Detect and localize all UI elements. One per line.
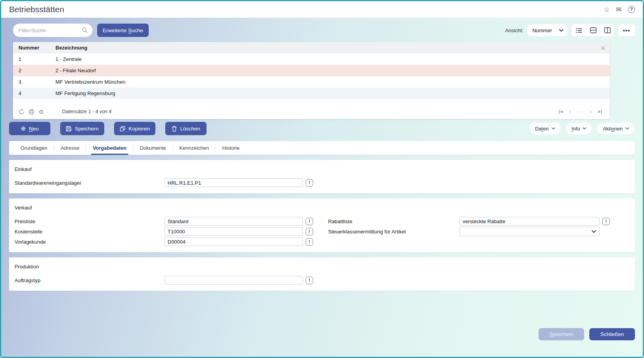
main-content: Erweiterte Suche Ansicht: Nummer	[1, 18, 643, 357]
title-bar-icons: ☆ ✉ ?	[604, 6, 635, 13]
records-count-text: Datensätze 1 - 4 von 4	[62, 109, 111, 114]
vorlagekunde-input[interactable]	[164, 237, 303, 246]
tab-grundlagen[interactable]: Grundlagen	[14, 141, 54, 155]
lookup-button[interactable]: !	[306, 277, 313, 284]
column-header-nummer[interactable]: Nummer	[18, 45, 55, 51]
cell-bezeichnung: 2 - Filiale Neudorf	[55, 68, 596, 73]
page-first-button[interactable]: ◀	[559, 110, 563, 114]
save-button[interactable]: Speichern	[60, 122, 104, 135]
app-window: Betriebsstätten ☆ ✉ ? Erweiterte Suche A…	[0, 0, 644, 358]
page-next-button[interactable]: ›	[590, 108, 592, 115]
view-label: Ansicht:	[505, 28, 523, 33]
list-view-icon	[576, 28, 582, 33]
section-title: Einkauf	[14, 166, 630, 172]
view-select-value: Nummer	[532, 28, 552, 33]
section-title: Verkauf	[14, 205, 630, 211]
preisliste-input[interactable]	[164, 217, 303, 226]
section-title: Produktion	[14, 264, 630, 270]
split-vertical-icon	[604, 27, 611, 33]
lookup-button[interactable]: !	[306, 179, 313, 187]
daten-menu-button[interactable]: Daten	[529, 123, 561, 134]
copy-icon	[120, 126, 125, 132]
split-horizontal-icon	[590, 27, 597, 33]
section-verkauf: Verkauf Preisliste ! Rabattliste ! Koste…	[9, 198, 635, 252]
info-menu-button[interactable]: Info	[566, 123, 592, 134]
menu-buttons: Daten Info Aktionen	[529, 123, 635, 134]
split-horizontal-view-button[interactable]	[586, 24, 600, 36]
page-prev-button[interactable]: ‹	[569, 108, 571, 115]
cell-nummer: 1	[18, 56, 55, 62]
tab-historie[interactable]: Historie	[216, 141, 246, 155]
aktionen-menu-button[interactable]: Aktionen	[597, 123, 635, 134]
cell-nummer: 3	[18, 79, 55, 85]
cell-nummer: 4	[18, 90, 55, 96]
advanced-search-button[interactable]: Erweiterte Suche	[97, 24, 149, 37]
print-icon[interactable]	[28, 109, 35, 115]
new-button[interactable]: ⊕ Neu	[9, 122, 50, 135]
page-more-button[interactable]: ···	[578, 109, 583, 114]
tab-adresse[interactable]: Adresse	[54, 141, 86, 155]
dialog-footer: Speichern Schließen	[9, 328, 635, 357]
records-table: Nummer Bezeichnung ≡ 1 1 - Zentrale 2 2 …	[13, 42, 610, 119]
list-view-button[interactable]	[572, 24, 586, 36]
view-select[interactable]: Nummer	[528, 24, 567, 36]
chevron-down-icon	[626, 127, 629, 130]
page-title: Betriebsstätten	[9, 5, 64, 14]
section-produktion: Produktion Auftragstyp !	[9, 257, 635, 291]
column-header-bezeichnung[interactable]: Bezeichnung	[55, 45, 596, 51]
tab-dokumente[interactable]: Dokumente	[133, 141, 172, 155]
more-options-button[interactable]: •••	[618, 24, 635, 36]
chevron-down-icon	[592, 230, 596, 233]
plus-circle-icon: ⊕	[21, 125, 26, 132]
page-last-button[interactable]: ▶	[598, 110, 602, 114]
table-row-selected[interactable]: 2 2 - Filiale Neudorf	[13, 65, 610, 76]
table-row[interactable]: 1 1 - Zentrale	[13, 53, 610, 65]
help-icon[interactable]: ?	[628, 6, 635, 13]
auftragstyp-input[interactable]	[164, 276, 303, 285]
section-einkauf: Einkauf Standardwareneingangslager !	[9, 160, 635, 193]
crud-button-row: ⊕ Neu Speichern Kopieren Löschen	[9, 122, 635, 135]
lookup-button[interactable]: !	[306, 218, 313, 225]
favorite-star-icon[interactable]: ☆	[604, 6, 610, 13]
standardwareneingangslager-input[interactable]	[164, 178, 303, 187]
kostenstelle-input[interactable]	[164, 227, 303, 236]
cell-bezeichnung: MF Vertriebszentrum München	[55, 79, 596, 85]
settings-gear-icon[interactable]: ⚙	[39, 109, 44, 115]
cell-bezeichnung: MF Fertigung Regensburg	[55, 90, 596, 96]
dialog-close-button[interactable]: Schließen	[589, 328, 635, 340]
split-vertical-view-button[interactable]	[600, 24, 614, 36]
field-label-preisliste: Preisliste	[14, 218, 164, 224]
copy-button[interactable]: Kopieren	[114, 122, 155, 135]
pagination: ◀ ‹ ··· › ▶	[559, 108, 604, 115]
toolbar-right: Ansicht: Nummer	[505, 24, 635, 36]
view-mode-group	[572, 24, 614, 36]
table-footer: ⚙ Datensätze 1 - 4 von 4 ◀ ‹ ··· › ▶	[13, 106, 610, 117]
table-row[interactable]: 4 MF Fertigung Regensburg	[13, 88, 610, 99]
field-label-kostenstelle: Kostenstelle	[14, 229, 164, 235]
refresh-icon[interactable]	[18, 109, 24, 115]
search-input[interactable]	[13, 24, 92, 37]
tab-kennzeichen[interactable]: Kennzeichen	[173, 141, 216, 155]
title-bar: Betriebsstätten ☆ ✉ ?	[1, 1, 643, 18]
dialog-save-button[interactable]: Speichern	[539, 328, 584, 340]
steuerklassenermittlung-select[interactable]	[459, 227, 600, 236]
chevron-down-icon	[559, 29, 563, 32]
rabattliste-input[interactable]	[459, 217, 600, 226]
table-row[interactable]: 3 MF Vertriebszentrum München	[13, 76, 610, 88]
lookup-button[interactable]: !	[306, 228, 313, 235]
table-menu-icon[interactable]: ≡	[596, 44, 610, 51]
trash-icon	[172, 126, 177, 132]
table-footer-icons: ⚙	[18, 109, 44, 115]
search-icon	[81, 27, 88, 33]
detail-tabs: Grundlagen Adresse Vorgabedaten Dokument…	[9, 141, 635, 155]
delete-button[interactable]: Löschen	[165, 122, 207, 135]
mail-icon[interactable]: ✉	[616, 6, 622, 13]
field-label-vorlagekunde: Vorlagekunde	[14, 239, 164, 245]
toolbar: Erweiterte Suche Ansicht: Nummer	[9, 24, 635, 37]
save-disk-icon	[66, 126, 72, 132]
lookup-button[interactable]: !	[306, 238, 313, 246]
tab-vorgabedaten[interactable]: Vorgabedaten	[86, 141, 133, 155]
field-label-standardwareneingangslager: Standardwareneingangslager	[14, 180, 164, 186]
field-label-rabattliste: Rabattliste	[327, 218, 459, 224]
lookup-button[interactable]: !	[602, 218, 610, 225]
